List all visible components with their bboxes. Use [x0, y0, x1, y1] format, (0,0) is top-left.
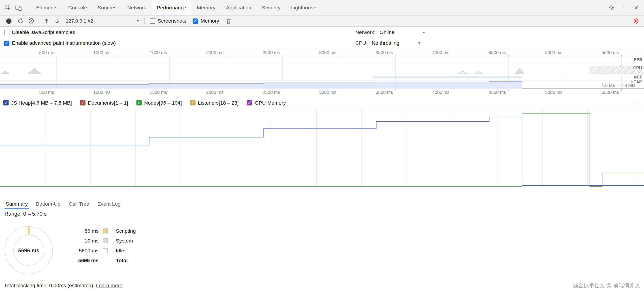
check-icon: ✓ — [5, 41, 8, 45]
tab-memory[interactable]: Memory — [192, 0, 221, 15]
profile-history-select[interactable]: 127.0.0.1 #2 ▾ — [62, 18, 142, 24]
devtools-window: Elements Console Sources Network Perform… — [0, 0, 644, 291]
tab-bottom-up[interactable]: Bottom-Up — [32, 199, 64, 209]
checkbox-icon: ✓ — [247, 100, 252, 105]
ruler-tick-label: 4000 ms — [426, 50, 450, 55]
summary-legend: 86 ms Scripting 10 ms System 5600 ms Idl… — [61, 228, 136, 264]
counter-nodes[interactable]: ✓ Nodes[96 – 104] — [136, 100, 182, 106]
checkbox-icon: ✓ — [136, 100, 142, 105]
ruler-tick-label: 1500 ms — [144, 50, 167, 55]
ruler-tick-label: 5000 ms — [540, 90, 562, 95]
clear-recordings-icon[interactable] — [26, 16, 37, 25]
tab-call-tree[interactable]: Call Tree — [65, 199, 94, 209]
advanced-paint-label: Enable advanced paint instrumentation (s… — [12, 40, 116, 46]
screenshots-checkbox[interactable]: Screenshots — [150, 18, 186, 24]
ruler-tick-mark — [170, 54, 170, 56]
network-select[interactable]: Online ▾ — [380, 29, 425, 35]
tab-elements[interactable]: Elements — [31, 0, 63, 15]
ruler-tick-label: 3500 ms — [370, 90, 393, 95]
cpu-activity-bump — [515, 68, 524, 74]
counter-gpu-memory[interactable]: ✓ GPU Memory — [247, 100, 286, 106]
ruler-tick-mark — [565, 54, 566, 56]
status-bar: Total blocking time: 0.00ms (estimated) … — [0, 280, 644, 291]
ruler-tick-mark — [113, 89, 114, 91]
ruler-tick-mark — [226, 89, 226, 91]
chevron-down-icon: ▾ — [418, 41, 420, 45]
legend-swatch-idle — [103, 248, 108, 253]
legend-label: Scripting — [116, 228, 136, 234]
close-devtools-icon[interactable]: × — [631, 3, 642, 12]
ruler-tick-label: 4500 ms — [483, 50, 506, 55]
memory-chart — [0, 109, 644, 187]
legend-value: 5600 ms — [61, 248, 99, 254]
learn-more-link[interactable]: Learn more — [96, 283, 122, 289]
ruler-tick-label: 2000 ms — [200, 50, 224, 55]
kebab-menu-icon[interactable]: ⋮ — [618, 3, 629, 12]
ruler-tick-mark — [282, 89, 283, 91]
legend-swatch-scripting — [103, 228, 108, 233]
ruler-tick-mark — [56, 89, 57, 91]
tab-security[interactable]: Security — [256, 0, 286, 15]
overview-ruler-top: 500 ms1000 ms1500 ms2000 ms2500 ms3000 m… — [0, 49, 644, 57]
tab-sources[interactable]: Sources — [92, 0, 122, 15]
ruler-tick-mark — [396, 89, 396, 91]
ruler-tick-mark — [622, 89, 622, 91]
js-heap-series-line — [0, 117, 644, 186]
counter-label: Nodes[96 – 104] — [144, 100, 182, 106]
hamburger-menu-icon[interactable]: ≡ — [633, 99, 636, 106]
check-icon: ✓ — [4, 101, 8, 105]
legend-swatch-system — [103, 238, 108, 243]
lane-label-cpu: CPU — [632, 66, 643, 71]
disable-js-samples-checkbox[interactable]: Disable JavaScript samples — [4, 29, 75, 35]
inspect-element-icon[interactable] — [2, 3, 13, 12]
toolbar-divider — [26, 4, 26, 11]
checkbox-icon: ✓ — [190, 100, 195, 105]
memory-checkbox[interactable]: ✓ Memory — [193, 18, 219, 24]
ruler-tick-label: 1000 ms — [88, 50, 110, 55]
device-toolbar-icon[interactable] — [13, 3, 24, 12]
memory-chart-area[interactable] — [0, 109, 644, 187]
counter-documents[interactable]: ✓ Documents[1 – 1] — [80, 100, 128, 106]
checkbox-icon: ✓ — [193, 18, 198, 24]
ruler-tick-mark — [452, 89, 452, 91]
garbage-collect-icon[interactable] — [223, 16, 234, 25]
checkbox-icon — [4, 30, 10, 35]
ruler-tick-mark — [339, 89, 340, 91]
tab-application[interactable]: Application — [221, 0, 256, 15]
lane-label-fps: FPS — [633, 57, 643, 62]
cpu-activity-bump — [474, 71, 482, 74]
watermark-text: 掘金技术社区 @ 前端饲养员 — [573, 282, 640, 289]
toolbar-divider — [144, 18, 144, 24]
record-button[interactable] — [6, 18, 12, 24]
settings-gear-icon[interactable] — [606, 3, 617, 12]
cpu-select[interactable]: No throttling ▾ — [372, 40, 420, 46]
timeline-overview[interactable]: 500 ms1000 ms1500 ms2000 ms2500 ms3000 m… — [0, 49, 644, 97]
ruler-tick-label: 3500 ms — [370, 50, 393, 55]
memory-label: Memory — [201, 18, 219, 24]
tab-network[interactable]: Network — [122, 0, 152, 15]
ruler-tick-label: 5500 ms — [596, 90, 619, 95]
tab-console[interactable]: Console — [63, 0, 92, 15]
details-tabbar: Summary Bottom-Up Call Tree Event Log — [0, 199, 644, 209]
reload-and-record-icon[interactable] — [15, 16, 26, 25]
check-icon: ✓ — [248, 101, 251, 105]
window-controls: ⋮ × — [606, 3, 642, 12]
legend-swatch-none — [103, 258, 108, 263]
panel-tabs: Elements Console Sources Network Perform… — [31, 0, 322, 15]
load-profile-icon[interactable] — [41, 16, 52, 25]
chevron-down-icon: ▾ — [423, 30, 425, 34]
advanced-paint-checkbox[interactable]: ✓ Enable advanced paint instrumentation … — [4, 40, 116, 46]
ruler-tick-label: 1500 ms — [144, 90, 167, 95]
save-profile-icon[interactable] — [52, 16, 62, 25]
tab-summary[interactable]: Summary — [2, 199, 32, 209]
lane-label-net: NET — [633, 75, 643, 80]
tab-lighthouse[interactable]: Lighthouse — [286, 0, 322, 15]
tab-performance[interactable]: Performance — [152, 0, 192, 15]
tab-event-log[interactable]: Event Log — [93, 199, 125, 209]
memory-counters-bar: ✓ JS Heap[4.6 MB – 7.8 MB] ✓ Documents[1… — [0, 97, 644, 109]
ruler-tick-label: 500 ms — [31, 50, 54, 55]
counter-listeners[interactable]: ✓ Listeners[18 – 23] — [190, 100, 238, 106]
capture-settings-gear-icon[interactable] — [631, 16, 642, 25]
counter-js-heap[interactable]: ✓ JS Heap[4.6 MB – 7.8 MB] — [3, 100, 72, 106]
ruler-tick-label: 2500 ms — [257, 90, 280, 95]
